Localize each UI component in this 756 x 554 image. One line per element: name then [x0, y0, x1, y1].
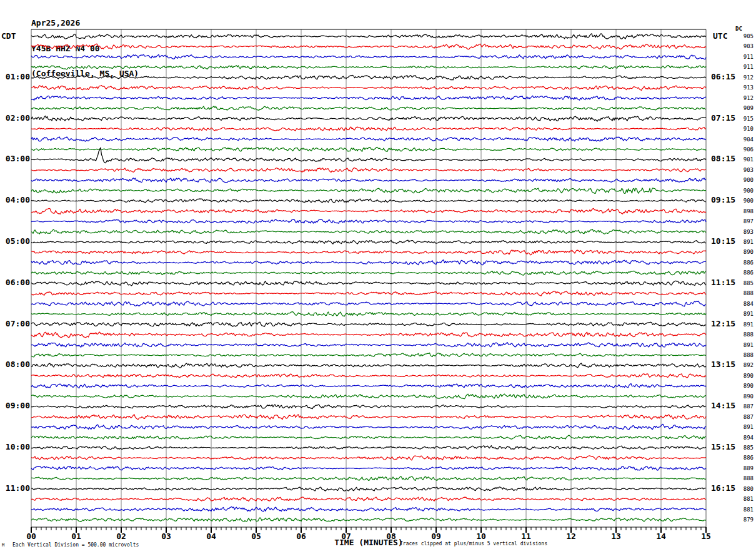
dc-value: 884: [736, 301, 754, 307]
dc-value: 888: [736, 331, 754, 338]
seismo-trace: [31, 219, 706, 224]
dc-value: 905: [736, 33, 754, 39]
seismo-trace: [31, 322, 706, 326]
left-hour-label: 06:00: [0, 278, 30, 287]
dc-value: 912: [736, 74, 754, 81]
x-tick-label: 00: [21, 531, 42, 541]
seismo-trace: [31, 332, 706, 338]
seismogram-plot: [0, 0, 756, 554]
seismo-trace: [31, 271, 706, 275]
x-tick-label: 04: [201, 531, 222, 541]
left-hour-label: 01:00: [0, 73, 30, 81]
x-tick-label: 02: [111, 531, 132, 541]
dc-value: 900: [736, 177, 754, 183]
dc-value: 888: [736, 352, 754, 358]
left-hour-label: 04:00: [0, 196, 30, 204]
left-hour-label: 11:00: [0, 484, 30, 493]
seismo-trace: [31, 260, 706, 265]
dc-value: 890: [736, 373, 754, 379]
dc-value: 887: [736, 403, 754, 410]
seismo-trace: [31, 301, 706, 307]
seismo-trace: [31, 127, 706, 131]
x-tick-label: 05: [246, 531, 267, 541]
seismo-trace: [31, 106, 706, 111]
seismo-trace: [31, 86, 706, 91]
dc-value: 890: [736, 393, 754, 400]
x-tick-label: 14: [650, 531, 672, 541]
left-hour-label: 08:00: [0, 360, 30, 369]
dc-value: 904: [736, 136, 754, 143]
dc-value: 890: [736, 249, 754, 255]
dc-value: 886: [736, 269, 754, 276]
seismo-trace: [31, 75, 706, 80]
dc-value: 900: [736, 188, 754, 194]
dc-value: 894: [736, 435, 754, 441]
dc-value: 881: [736, 506, 754, 513]
left-hour-label: 09:00: [0, 401, 30, 410]
dc-value: 900: [736, 198, 754, 204]
x-tick-label: 12: [560, 531, 582, 541]
dc-value: 901: [736, 156, 754, 163]
footer-watermark: M: [2, 543, 4, 548]
dc-value: 911: [736, 64, 754, 70]
seismo-trace: [31, 44, 706, 49]
dc-value: 891: [736, 239, 754, 245]
dc-value: 892: [736, 362, 754, 368]
seismo-trace: [31, 199, 706, 203]
dc-value: 885: [736, 280, 754, 286]
seismo-trace: [31, 168, 706, 172]
dc-value: 886: [736, 455, 754, 461]
dc-value: 911: [736, 54, 754, 60]
dc-value: 898: [736, 208, 754, 214]
seismo-trace: [31, 374, 706, 378]
seismo-trace: [31, 415, 706, 420]
seismo-trace: [31, 446, 706, 450]
dc-value: 913: [736, 84, 754, 91]
seismo-trace: [31, 229, 706, 234]
dc-value: 891: [736, 321, 754, 328]
left-hour-label: 03:00: [0, 154, 30, 163]
dc-value: 886: [736, 259, 754, 266]
seismo-trace: [31, 281, 706, 286]
seismo-trace: [31, 250, 706, 255]
seismo-trace: [31, 178, 706, 183]
dc-value: 903: [736, 167, 754, 173]
dc-value: 887: [736, 414, 754, 420]
x-tick-label: 13: [605, 531, 627, 541]
seismo-trace: [31, 384, 706, 388]
seismo-trace: [31, 66, 706, 69]
x-tick-label: 11: [515, 531, 537, 541]
seismo-trace: [31, 343, 706, 348]
seismo-trace: [31, 435, 706, 439]
seismo-trace: [31, 240, 706, 244]
dc-value: 888: [736, 290, 754, 296]
left-hour-label: 02:00: [0, 114, 30, 123]
dc-value: 881: [736, 496, 754, 502]
dc-value: 890: [736, 383, 754, 389]
dc-value: 897: [736, 218, 754, 224]
dc-value: 891: [736, 311, 754, 317]
left-hour-label: 07:00: [0, 320, 30, 328]
helicorder-screen: Apr25,2026 Y45B HHZ N4 00 (Coffeeville, …: [0, 0, 756, 554]
dc-value: 880: [736, 486, 754, 492]
dc-value: 889: [736, 465, 754, 471]
dc-value: 891: [736, 342, 754, 348]
dc-value: 891: [736, 424, 754, 430]
footer-clip-note: Traces clipped at plus/minus 5 vertical …: [400, 541, 547, 546]
seismo-trace: [31, 208, 706, 214]
dc-value: 909: [736, 105, 754, 111]
seismo-trace: [31, 353, 706, 357]
seismo-trace: [31, 405, 706, 409]
seismo-trace: [31, 34, 706, 39]
seismo-trace: [31, 506, 706, 511]
seismo-trace: [31, 424, 706, 429]
dc-value: 915: [736, 116, 754, 122]
seismo-trace: [31, 116, 706, 121]
dc-value: 906: [736, 146, 754, 153]
seismo-trace: [31, 476, 706, 481]
x-tick-label: 01: [66, 531, 87, 541]
seismo-trace: [31, 312, 706, 317]
dc-value: 879: [736, 516, 754, 523]
seismo-trace: [31, 291, 706, 296]
seismo-trace: [31, 363, 706, 368]
